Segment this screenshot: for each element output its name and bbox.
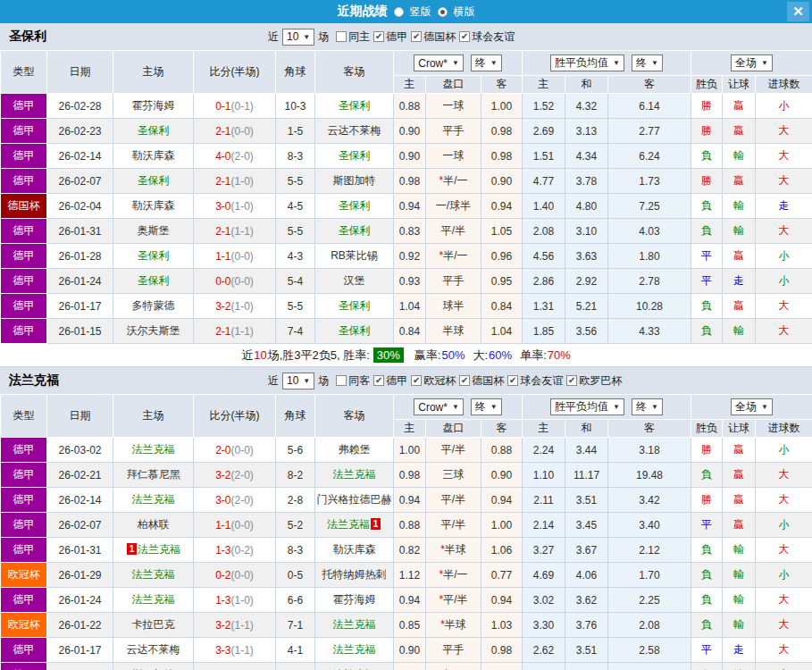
odds-time-select[interactable]: 终 [471, 54, 502, 71]
league-checkbox[interactable]: 欧罗巴杯 [566, 373, 622, 389]
handicap-result-cell: 輸 [723, 663, 756, 670]
odds-company-select[interactable]: Crow* [414, 398, 464, 415]
euro-draw-cell: 5.21 [565, 294, 608, 319]
league-checkbox-label: 德国杯 [423, 29, 456, 45]
sub-euro-away: 客 [608, 76, 691, 94]
sub-asian-away: 客 [481, 76, 523, 94]
score-cell: 1-3(0-2) [194, 538, 276, 563]
date-cell: 26-01-14 [47, 663, 113, 670]
home-cell: 圣保利 [113, 119, 194, 144]
league-cell: 欧冠杯 [1, 563, 47, 588]
score-ht: (1-1) [231, 325, 254, 338]
league-cell: 德甲 [1, 269, 47, 294]
league-checkbox[interactable]: 球会友谊 [459, 29, 515, 45]
handicap-cell: 半球 [426, 319, 481, 344]
date-cell: 26-02-07 [47, 169, 113, 194]
odds-company-select[interactable]: Crow* [414, 54, 464, 71]
result-cell: 勝 [691, 488, 723, 513]
league-cell: 德甲 [1, 244, 47, 269]
handicap-result-cell: 輸 [723, 588, 756, 613]
league-cell: 德甲 [1, 463, 47, 488]
result-cell: 負 [691, 219, 723, 244]
goals-result-cell: 大 [756, 613, 812, 638]
league-checkbox[interactable]: 球会友谊 [507, 373, 563, 389]
away-cell: 霍芬海姆 [315, 588, 394, 613]
league-checkbox[interactable]: 欧冠杯 [411, 373, 456, 389]
checkbox-unchecked-icon[interactable] [336, 375, 347, 386]
avg-time-select[interactable]: 终 [632, 54, 663, 71]
games-label: 场 [318, 373, 329, 389]
avg-time-select[interactable]: 终 [632, 398, 663, 415]
league-cell: 德甲 [1, 219, 47, 244]
checkbox-unchecked-icon[interactable] [336, 31, 347, 42]
score-cell: 1-1(0-0) [194, 513, 276, 538]
fulltime-select[interactable]: 全场 [731, 398, 773, 415]
sub-euro-home: 主 [523, 76, 565, 94]
odds-time-select[interactable]: 终 [471, 398, 502, 415]
checkbox-checked-icon[interactable] [459, 375, 470, 386]
away-team: 托特纳姆热刺 [322, 568, 387, 581]
checkbox-checked-icon[interactable] [566, 375, 577, 386]
euro-draw-cell: 4.80 [565, 194, 608, 219]
league-checkbox[interactable]: 德国杯 [411, 29, 456, 45]
checkbox-checked-icon[interactable] [373, 31, 384, 42]
section2-league-checkboxes: 同客德甲欧冠杯德国杯球会友谊欧罗巴杯 [332, 373, 622, 389]
corner-cell: 8-2 [276, 463, 315, 488]
vertical-layout-label[interactable]: 竖版 [410, 4, 431, 20]
score-cell: 2-1(1-0) [194, 169, 276, 194]
checkbox-checked-icon[interactable] [507, 375, 518, 386]
euro-draw-cell: 4.24 [565, 663, 608, 670]
euro-home-cell: 4.56 [523, 244, 565, 269]
home-cell: 法兰克福 [113, 488, 194, 513]
corner-cell: 5-4 [276, 269, 315, 294]
away-team: 云达不莱梅 [328, 124, 381, 137]
checkbox-checked-icon[interactable] [411, 31, 422, 42]
asian-home-cell: 1.00 [394, 438, 426, 463]
avg-odds-select[interactable]: 胜平负均值 [550, 54, 624, 71]
league-checkbox[interactable]: 同客 [336, 373, 370, 389]
recent-results-dialog: 近期战绩 竖版 横版 ✕ 圣保利 近 10 场 同主德甲德国杯球会友谊 类型 日… [0, 0, 812, 670]
checkbox-checked-icon[interactable] [411, 375, 422, 386]
result-cell: 負 [691, 613, 723, 638]
handicap-result-cell: 輸 [723, 194, 756, 219]
league-cell: 德甲 [1, 119, 47, 144]
league-checkbox[interactable]: 德甲 [373, 29, 407, 45]
home-cell: 多特蒙德 [113, 294, 194, 319]
fulltime-select[interactable]: 全场 [731, 54, 773, 71]
horizontal-layout-radio[interactable] [438, 7, 448, 17]
close-icon[interactable]: ✕ [787, 2, 809, 21]
handicap-cell: *平/半 [426, 588, 481, 613]
asian-home-cell: 0.98 [394, 463, 426, 488]
horizontal-layout-label[interactable]: 横版 [454, 4, 475, 20]
away-team: 法兰克福 [333, 643, 376, 656]
euro-away-cell: 7.25 [608, 194, 691, 219]
score-ft: 1-3 [215, 594, 230, 607]
match-count-select[interactable]: 10 [282, 373, 314, 389]
match-count-select[interactable]: 10 [282, 29, 314, 46]
euro-away-cell: 2.58 [608, 638, 691, 663]
checkbox-checked-icon[interactable] [373, 375, 384, 386]
euro-away-cell: 4.33 [608, 319, 691, 344]
score-cell: 3-2(2-0) [194, 463, 276, 488]
handicap-result-cell: 走 [723, 269, 756, 294]
score-ht: (1-0) [231, 200, 254, 213]
asian-home-cell: 0.85 [394, 613, 426, 638]
score-cell: 2-0(0-0) [194, 438, 276, 463]
league-checkbox[interactable]: 德国杯 [459, 373, 504, 389]
score-ht: (0-0) [231, 125, 254, 138]
league-checkbox[interactable]: 德甲 [373, 373, 407, 389]
league-checkbox-label: 球会友谊 [520, 373, 563, 389]
handicap-result-cell: 贏 [723, 438, 756, 463]
league-checkbox[interactable]: 同主 [336, 29, 370, 45]
handicap-cell: 平/半 [426, 438, 481, 463]
euro-home-cell: 1.51 [523, 144, 565, 169]
home-team: 霍芬海姆 [132, 99, 175, 112]
euro-draw-cell: 3.67 [565, 538, 608, 563]
match-row: 德甲 26-01-28 圣保利 1-1(0-0) 4-3 RB莱比锡 0.92 … [1, 244, 812, 269]
handicap-result-cell: 贏 [723, 169, 756, 194]
away-cell: RB莱比锡 [315, 244, 394, 269]
checkbox-checked-icon[interactable] [459, 31, 470, 42]
avg-odds-select[interactable]: 胜平负均值 [550, 398, 624, 415]
vertical-layout-radio[interactable] [394, 7, 404, 17]
score-cell: 0-0(0-0) [194, 269, 276, 294]
